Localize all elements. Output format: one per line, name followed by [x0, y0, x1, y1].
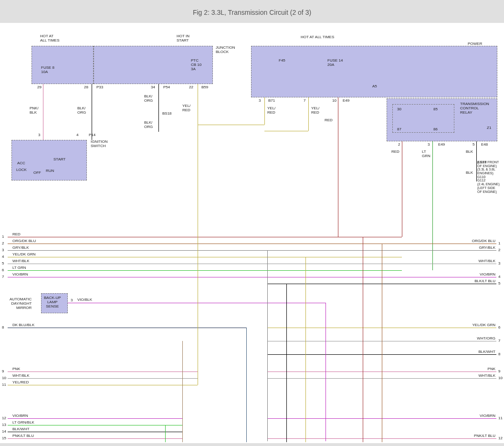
bus-pin: 10	[498, 376, 503, 380]
label-f45: F45	[279, 59, 285, 63]
bus-pin: 5	[498, 281, 500, 286]
bus-label: YEL/DK GRN	[12, 252, 35, 256]
bus-label: LT GRN/BLK	[12, 420, 34, 425]
pin-p14-3: 3	[38, 133, 40, 137]
lbl-yelred2: YEL/ RED	[267, 106, 275, 115]
bus-label: VIO/BRN	[12, 272, 28, 276]
lbl-blk: BLK	[466, 150, 473, 154]
wire-blkorg-34b	[158, 113, 159, 132]
bus-pin: 12	[2, 416, 6, 420]
bus-label: RED	[12, 232, 21, 236]
label-hot-at-all-times-2: HOT AT ALL TIMES	[301, 35, 334, 40]
wire-red-10	[338, 97, 338, 237]
wire-red-relay2	[402, 141, 402, 237]
junction-block-fuse-area	[32, 46, 94, 84]
figure-title: Fig 2: 3.3L, Transmission Circuit (2 of …	[0, 0, 504, 23]
lbl-red: RED	[325, 118, 333, 123]
label-fuse14: FUSE 14 20A	[327, 59, 343, 67]
pin-a5: A5	[372, 84, 377, 88]
bus-wire-ltgrnblk	[8, 425, 182, 425]
backup-pin3: 3	[71, 298, 73, 302]
bus-label: VIO/BRN	[12, 414, 28, 418]
bus-pin: 4	[498, 275, 500, 279]
bus-pin: 11	[498, 416, 503, 420]
wiring-diagram: HOT AT ALL TIMES HOT IN START JUNCTION B…	[0, 23, 504, 443]
bus-label: ORG/DK BLU	[12, 239, 36, 243]
bus-pin: 15	[2, 436, 6, 440]
pin-29: 29	[37, 85, 42, 89]
bus-pin: 14	[2, 429, 6, 434]
bus-wire-viobrn	[8, 418, 182, 419]
bus-label: DK BLU/BLK	[12, 323, 34, 327]
bus-pin: 4	[2, 255, 4, 259]
bus-label: VIO/BRN	[467, 414, 495, 418]
bus-pin: 2	[498, 248, 500, 252]
lbl-blkorg3: BLK/ ORG	[144, 121, 153, 129]
label-junction-block: JUNCTION BLOCK	[216, 46, 235, 54]
wire-blk-relay5b	[476, 162, 477, 181]
bus-pin: 10	[2, 376, 6, 380]
bus-pin: 9	[498, 369, 500, 373]
lbl-blk2: BLK	[466, 171, 473, 175]
bus-label: YEL/RED	[12, 380, 29, 384]
label-fuse8: FUSE 8 10A	[41, 66, 54, 74]
pin-22: 22	[189, 85, 193, 89]
wire-pnkblk-29	[43, 84, 43, 140]
relay-out-e49: E49	[438, 142, 445, 147]
bus-wire-ltgrn	[8, 270, 402, 271]
bus-label: GRY/BLK	[12, 245, 29, 250]
pin-b71-3: 3	[259, 98, 261, 103]
wire-vioblk-h	[68, 303, 326, 303]
pin-p33: P33	[96, 85, 103, 89]
bus-label: WHT/BLK	[12, 259, 30, 263]
pdc-box	[251, 46, 497, 97]
wire-yelred-h	[198, 125, 264, 125]
label-auto-mirror: AUTOMATIC DAY/NIGHT MIRROR	[10, 297, 32, 310]
pin-z1: Z1	[487, 126, 491, 130]
label-grounds: (LEFT FRONT OF ENGINE) (3.3L & 3.8L ENGI…	[477, 160, 500, 193]
bus-pin: 3	[2, 248, 4, 252]
bus-label: YEL/DK GRN	[467, 323, 495, 327]
bus-wire-pnk	[8, 372, 198, 372]
relay-inner-box	[392, 104, 454, 133]
bus-pin: 9	[2, 369, 4, 373]
bus-label: ORG/DK BLU	[467, 239, 495, 243]
relay-pin-30: 30	[397, 107, 401, 111]
pin-p14-4: 4	[76, 133, 78, 137]
ign-off: OFF	[33, 171, 41, 175]
bus-pin: 1	[2, 234, 4, 239]
bus-pin: 1	[498, 241, 500, 245]
bus-pin: 7	[498, 339, 500, 343]
lbl-ltgrn: LT GRN	[422, 150, 430, 159]
bus-wire-pnkltblu	[8, 438, 182, 439]
wire-yelred-up2	[308, 97, 309, 131]
pin-p14: P14	[89, 133, 95, 137]
ignition-switch-box	[11, 140, 87, 181]
bus-pin: 6	[498, 325, 500, 329]
bus-wire-blkwht	[8, 432, 182, 432]
bus-label: BLK/WHT	[12, 427, 30, 431]
wire-blkorg-34	[158, 84, 159, 113]
wire-drop-blu	[246, 328, 247, 442]
bus-wire-dkblublk	[8, 328, 246, 328]
bus-pin: 13	[2, 423, 6, 427]
pin-10: 10	[332, 98, 336, 103]
bus-pin: 12	[498, 436, 503, 440]
wire-yelred-h2	[264, 131, 308, 131]
bus-pin: 3	[498, 261, 500, 265]
wire-drop-ltgrn2	[165, 425, 166, 442]
ign-acc: ACC	[17, 161, 25, 166]
ign-lock: LOCK	[16, 168, 27, 172]
relay-out-2: 2	[398, 142, 400, 147]
relay-out-5: 5	[472, 142, 474, 147]
bus-label: BLK/LT BLU	[467, 279, 495, 283]
wire-red-hbus	[338, 237, 402, 237]
bus-label: WHT/BLK	[12, 373, 30, 378]
pin-b59: B59	[201, 85, 208, 89]
relay-pin-87: 87	[397, 127, 401, 131]
pin-28: 28	[84, 85, 88, 89]
bus-label: WHT/ORG	[467, 336, 495, 340]
pin-34: 34	[151, 85, 155, 89]
lbl-red2: RED	[391, 150, 399, 154]
bus-pin: 6	[2, 268, 4, 272]
